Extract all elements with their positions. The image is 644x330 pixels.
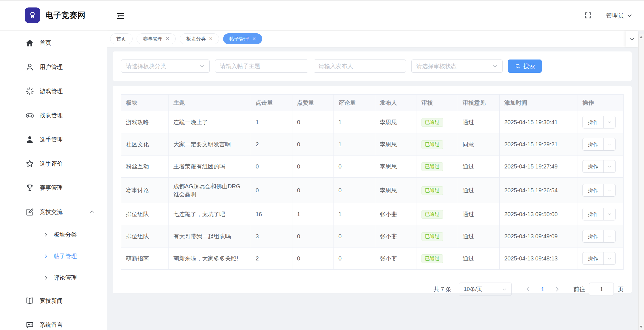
cell-publisher: 张小斐 [375, 203, 417, 225]
page-unit-label: 页 [618, 285, 624, 293]
sidebar-item-messages[interactable]: 系统留言 [0, 313, 107, 330]
fullscreen-icon[interactable] [584, 11, 592, 19]
cell-opinion: 通过 [458, 178, 500, 203]
audit-status-select[interactable]: 请选择审核状态 [411, 60, 503, 73]
cell-board: 粉丝互动 [121, 156, 169, 178]
cell-comments: 1 [334, 133, 375, 156]
row-action-button[interactable]: 操作 [582, 230, 616, 243]
status-badge: 已通过 [421, 118, 443, 127]
sidebar-item-home[interactable]: 首页 [0, 31, 107, 55]
publisher-input[interactable] [314, 60, 406, 73]
row-action-button[interactable]: 操作 [582, 116, 616, 128]
sidebar-item-label: 战队管理 [40, 112, 63, 119]
column-header: 审核意见 [458, 95, 500, 111]
sidebar-subitem-label: 评论管理 [54, 274, 77, 282]
table-row: 赛事讨论 成都AG超玩会和佛山DRG谁会赢啊 0 0 0 李思思 已通过 通过 … [121, 178, 624, 203]
sidebar-subitem-post-management[interactable]: 帖子管理 [0, 245, 107, 267]
cell-clicks: 2 [251, 248, 292, 270]
cell-status: 已通过 [417, 156, 458, 178]
cell-board: 赛事讨论 [121, 178, 169, 203]
page-number-current[interactable]: 1 [541, 286, 544, 293]
search-button[interactable]: 搜索 [508, 60, 542, 73]
goto-page-input[interactable] [589, 283, 614, 296]
cell-actions: 操作 [578, 156, 624, 178]
page-size-value: 10条/页 [464, 285, 482, 293]
game-icon [25, 87, 34, 96]
user-icon [25, 63, 34, 72]
cell-opinion: 通过 [458, 156, 500, 178]
post-title-input[interactable] [215, 60, 308, 73]
sidebar-item-games[interactable]: 游戏管理 [0, 79, 107, 103]
tab-home[interactable]: 首页 [110, 33, 133, 44]
table-row: 社区文化 大家一定要文明发言啊 2 0 1 李思思 已通过 同意 2025-04… [121, 133, 624, 156]
tab-board-category[interactable]: 板块分类 ✕ [180, 33, 219, 44]
cell-clicks: 3 [251, 225, 292, 248]
tab-events[interactable]: 赛事管理 ✕ [137, 33, 176, 44]
scroll-down-icon[interactable] [639, 326, 643, 328]
row-action-button[interactable]: 操作 [582, 252, 616, 265]
cell-board: 萌新指南 [121, 248, 169, 270]
cell-clicks: 0 [251, 156, 292, 178]
chevron-down-icon[interactable] [604, 252, 615, 264]
tab-overflow-button[interactable] [626, 31, 638, 47]
close-icon[interactable]: ✕ [209, 37, 212, 41]
row-action-button[interactable]: 操作 [582, 160, 616, 173]
sidebar-item-players[interactable]: 选手管理 [0, 127, 107, 151]
column-header: 审核 [417, 95, 458, 111]
sidebar-item-forum[interactable]: 竞技交流 [0, 200, 107, 224]
board-category-select[interactable]: 请选择板块分类 [121, 60, 210, 73]
sidebar-item-news[interactable]: 竞技新闻 [0, 289, 107, 313]
cell-likes: 0 [292, 111, 334, 133]
vertical-scrollbar[interactable] [638, 34, 644, 330]
close-icon[interactable]: ✕ [166, 37, 169, 41]
user-name: 管理员 [606, 11, 624, 20]
row-action-button[interactable]: 操作 [582, 138, 616, 151]
cell-opinion: 通过 [458, 248, 500, 270]
chevron-down-icon[interactable] [604, 184, 615, 196]
posts-table: 板块 主题 点击量 点赞量 评论量 发布人 审核 审核意见 添加时间 操作 [121, 94, 624, 270]
pagination-total: 共 7 条 [434, 285, 451, 293]
cell-clicks: 1 [251, 111, 292, 133]
sidebar-subitem-board-category[interactable]: 板块分类 [0, 224, 107, 245]
player-icon [25, 135, 34, 144]
content: 请选择板块分类 请选择审核状态 搜索 [107, 47, 644, 330]
chevron-down-icon[interactable] [604, 160, 615, 172]
sidebar-item-reviews[interactable]: 选手评价 [0, 151, 107, 176]
chevron-down-icon[interactable] [604, 208, 615, 220]
cell-likes: 0 [292, 178, 334, 203]
close-icon[interactable]: ✕ [252, 37, 256, 41]
cell-title: 七连跪了，太坑了吧 [169, 203, 251, 225]
cell-clicks: 2 [251, 133, 292, 156]
cell-publisher: 张小斐 [375, 225, 417, 248]
sidebar-item-users[interactable]: 用户管理 [0, 55, 107, 79]
cell-likes: 0 [292, 225, 334, 248]
sidebar-item-label: 用户管理 [40, 63, 63, 71]
star-icon [25, 159, 34, 168]
cell-status: 已通过 [417, 133, 458, 156]
sidebar-item-label: 选手评价 [40, 160, 63, 168]
page-size-select[interactable]: 10条/页 [459, 283, 512, 296]
cell-likes: 0 [292, 248, 334, 270]
chevron-down-icon[interactable] [604, 138, 615, 150]
sidebar-item-events[interactable]: 赛事管理 [0, 176, 107, 200]
row-action-button[interactable]: 操作 [582, 208, 616, 220]
status-badge: 已通过 [421, 254, 443, 263]
tab-label: 板块分类 [186, 36, 206, 42]
sidebar-item-teams[interactable]: 战队管理 [0, 103, 107, 127]
chevron-left-icon[interactable] [525, 286, 531, 292]
tab-post-management[interactable]: 帖子管理 ✕ [223, 33, 262, 44]
pagination: 共 7 条 10条/页 1 前往 [121, 283, 624, 296]
scroll-up-icon[interactable] [639, 36, 643, 38]
tab-label: 赛事管理 [143, 36, 162, 42]
select-placeholder: 请选择审核状态 [416, 62, 457, 70]
cell-time: 2025-04-13 09:48:13 [500, 248, 578, 270]
topbar: 管理员 [107, 0, 644, 31]
window-top-border [0, 0, 644, 1]
row-action-button[interactable]: 操作 [582, 184, 616, 197]
chevron-down-icon[interactable] [604, 230, 615, 242]
chevron-right-icon[interactable] [554, 286, 560, 292]
user-menu[interactable]: 管理员 [606, 11, 632, 20]
sidebar-subitem-comment-management[interactable]: 评论管理 [0, 267, 107, 289]
chevron-down-icon[interactable] [604, 116, 615, 128]
sidebar-fold-icon[interactable] [116, 11, 125, 21]
